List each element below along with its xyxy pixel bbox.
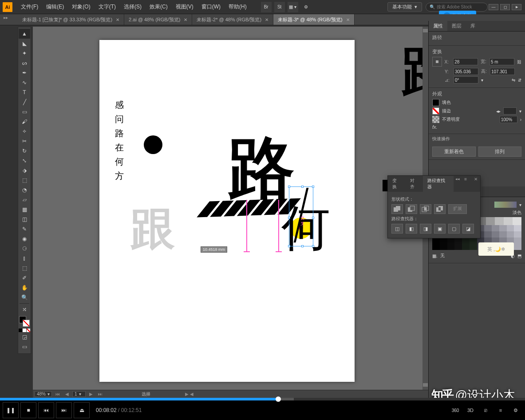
save-group-icon[interactable]: ⬒ <box>517 254 521 258</box>
rotate-tool[interactable]: ↻ <box>19 146 30 156</box>
zoom-tool[interactable]: 🔍 <box>19 293 30 302</box>
doc-tab-4[interactable]: 未标题-3* @ 48% (RGB/预览)✕ <box>273 14 355 25</box>
width-tool[interactable]: ⬗ <box>19 166 30 175</box>
progress-handle[interactable] <box>276 396 281 402</box>
color-mode-row[interactable] <box>19 329 30 332</box>
prev-artboard[interactable]: ◀ <box>63 392 71 396</box>
stroke-weight-stepper[interactable]: ◂▸ <box>496 109 501 114</box>
opacity-input[interactable] <box>500 116 517 123</box>
screen-mode[interactable]: ▭ <box>19 342 30 352</box>
outline-icon[interactable]: ▢ <box>448 224 460 234</box>
pf-menu-icon[interactable]: ≡ <box>462 176 470 192</box>
stop-button[interactable]: ■ <box>20 402 36 418</box>
type-tool[interactable]: T <box>19 87 30 97</box>
menu-select[interactable]: 选择(S) <box>120 3 146 11</box>
arrange-docs-icon[interactable]: ▦ ▾ <box>288 2 298 12</box>
toolbar-toggle-icon[interactable]: ▸▸ <box>4 15 8 20</box>
menu-file[interactable]: 文件(F) <box>17 3 42 11</box>
draw-mode[interactable]: ◲ <box>19 332 30 342</box>
transform-w[interactable] <box>489 58 514 65</box>
expand-button[interactable]: 扩展 <box>448 204 467 214</box>
close-icon[interactable]: ✕ <box>116 17 119 22</box>
close-icon[interactable]: ✕ <box>265 17 268 22</box>
shaper-tool[interactable]: ✧ <box>19 127 30 136</box>
panel-tab-layers[interactable]: 图层 <box>447 21 466 31</box>
column-graph-tool[interactable]: ⫿ <box>19 254 30 263</box>
menu-help[interactable]: 帮助(H) <box>225 3 251 11</box>
paintbrush-tool[interactable]: 🖌 <box>19 117 30 127</box>
anchor-ref-icon[interactable] <box>432 57 442 67</box>
symbol-sprayer-tool[interactable]: ⚆ <box>19 244 30 254</box>
pathfinder-panel[interactable]: 变换 对齐 路径查找器 ◂◂ ≡ ✕ 形状模式： 扩展 路径查找器： ◫ ◧ ◨… <box>387 175 481 238</box>
playlist-button[interactable]: ≡ <box>494 404 507 416</box>
panel-tab-libraries[interactable]: 库 <box>466 21 480 31</box>
stroke-swatch[interactable] <box>432 107 439 115</box>
minus-front-icon[interactable] <box>406 204 417 214</box>
toggle-fill-stroke[interactable]: ⤭ <box>19 305 30 314</box>
workspace-switcher[interactable]: 基本功能▾ <box>387 2 422 12</box>
artboard-tool[interactable]: ⬚ <box>19 263 30 273</box>
eraser-tool[interactable]: ✂ <box>19 136 30 146</box>
hand-tool[interactable]: ✋ <box>19 283 30 293</box>
menu-window[interactable]: 窗口(W) <box>197 3 225 11</box>
ime-indicator[interactable]: 英 ,🌙✲ <box>478 242 514 256</box>
pf-tab-align[interactable]: 对齐 <box>406 176 423 192</box>
magic-wand-tool[interactable]: ✦ <box>19 48 30 58</box>
menu-object[interactable]: 对象(O) <box>68 3 94 11</box>
fill-stroke-indicator[interactable] <box>19 316 30 327</box>
crop-icon[interactable]: ▣ <box>434 224 446 234</box>
lasso-tool[interactable]: ᔕ <box>19 58 30 68</box>
menu-effect[interactable]: 效果(C) <box>146 3 172 11</box>
rectangle-tool[interactable]: ▭ <box>19 107 30 117</box>
stroke-weight[interactable] <box>503 107 517 115</box>
window-close[interactable]: ▶ <box>512 4 521 10</box>
window-minimize[interactable]: — <box>489 4 498 10</box>
divide-icon[interactable]: ◫ <box>391 224 403 234</box>
pf-close-icon[interactable]: ✕ <box>471 176 480 192</box>
blend-tool[interactable]: ◉ <box>19 234 30 244</box>
artboard-num[interactable]: 1▾ <box>72 391 86 397</box>
next-button[interactable]: ⏭ <box>56 402 72 418</box>
gpu-icon[interactable]: ⚙ <box>301 2 312 12</box>
fx-button[interactable]: fx. <box>432 124 438 130</box>
mesh-tool[interactable]: ▦ <box>19 205 30 214</box>
eject-button[interactable]: ⏏ <box>74 402 90 418</box>
pause-button[interactable]: ❚❚ <box>3 402 19 418</box>
intersect-icon[interactable] <box>420 204 431 214</box>
first-artboard[interactable]: ⏮ <box>54 392 62 396</box>
free-transform-tool[interactable]: ⬚ <box>19 175 30 185</box>
stock-search[interactable]: 🔍搜索 Adobe Stock <box>426 3 488 12</box>
zoom-dropdown[interactable]: 48%▾ <box>35 391 52 397</box>
shape-builder-tool[interactable]: ◔ <box>19 185 30 195</box>
pf-collapse-icon[interactable]: ◂◂ <box>454 176 462 192</box>
pf-tab-transform[interactable]: 变换 <box>388 176 406 192</box>
close-icon[interactable]: ✕ <box>346 17 350 22</box>
recolor-button[interactable]: 重新着色 <box>432 147 476 157</box>
direct-selection-tool[interactable]: ◣ <box>19 39 30 48</box>
exclude-icon[interactable] <box>434 204 446 214</box>
curvature-tool[interactable]: ∿ <box>19 78 30 87</box>
eyedropper-tool[interactable]: ✎ <box>19 224 30 234</box>
menu-view[interactable]: 视图(V) <box>172 3 197 11</box>
last-artboard[interactable]: ⏭ <box>96 392 104 396</box>
settings-button[interactable]: ⚙ <box>509 404 522 416</box>
panel-tab-properties[interactable]: 属性 <box>429 21 447 31</box>
perspective-tool[interactable]: ▱ <box>19 195 30 205</box>
doc-tab-1[interactable]: 未标题-1 [已恢复]* @ 33.33% (RGB/预览)✕ <box>18 14 124 25</box>
link-wh-icon[interactable]: ⛓ <box>517 59 521 64</box>
transform-angle[interactable] <box>454 76 478 83</box>
pf-tab-pathfinder[interactable]: 路径查找器 <box>423 176 454 192</box>
selection-tool[interactable]: ▲ <box>19 29 30 39</box>
next-artboard[interactable]: ▶ <box>87 392 95 396</box>
minus-back-icon[interactable]: ◪ <box>462 224 474 234</box>
opacity-swatch[interactable] <box>432 116 439 123</box>
unite-icon[interactable] <box>391 204 403 214</box>
status-menu[interactable]: ▶ ◀ <box>183 392 195 396</box>
transform-x[interactable] <box>453 58 478 65</box>
prev-button[interactable]: ⏮ <box>38 402 54 418</box>
transform-h[interactable] <box>490 68 515 75</box>
fill-swatch[interactable] <box>432 99 439 106</box>
quality-button[interactable]: 360 <box>449 404 462 416</box>
arrange-button[interactable]: 排列 <box>478 147 522 157</box>
progress-bar[interactable] <box>0 398 525 400</box>
